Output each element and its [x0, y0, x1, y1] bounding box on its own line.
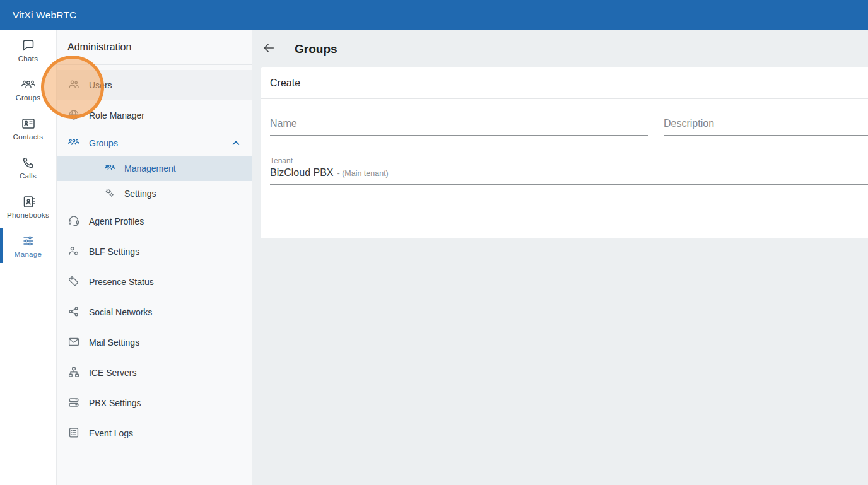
chat-bubble-icon: [21, 38, 36, 53]
contact-card-icon: [21, 116, 36, 131]
admin-item-label: Event Logs: [89, 428, 133, 438]
tenant-value: BizCloud PBX: [270, 167, 334, 178]
chevron-up-icon[interactable]: [230, 137, 242, 149]
nav-label: Groups: [16, 94, 41, 102]
admin-item-mail-settings[interactable]: Mail Settings: [57, 327, 252, 358]
headset-icon: [67, 214, 81, 230]
create-group-card: Create Name Description Tenant BizCloud …: [261, 67, 868, 238]
admin-item-blf-settings[interactable]: BLF Settings: [57, 237, 252, 267]
administration-menu: Users Role Manager: [57, 65, 252, 448]
gears-icon: [103, 187, 116, 201]
admin-item-label: BLF Settings: [89, 247, 139, 257]
name-field[interactable]: Name: [270, 118, 648, 136]
description-field-underline: [664, 135, 868, 136]
admin-item-label: ICE Servers: [89, 368, 136, 378]
tune-sliders-icon: [21, 233, 36, 248]
tag-icon: [67, 274, 81, 290]
top-app-bar: VitXi WebRTC: [0, 0, 868, 30]
phone-icon: [21, 155, 36, 170]
administration-header: Administration: [57, 30, 252, 65]
tenant-field-label: Tenant: [270, 156, 868, 165]
admin-item-label: PBX Settings: [89, 398, 141, 408]
admin-item-agent-profiles[interactable]: Agent Profiles: [57, 206, 252, 237]
description-field-placeholder: Description: [664, 118, 868, 129]
nav-label: Chats: [18, 55, 38, 62]
admin-item-event-logs[interactable]: Event Logs: [57, 418, 252, 448]
nav-item-manage[interactable]: Manage: [0, 226, 56, 265]
groups-icon: [103, 162, 116, 175]
admin-item-pbx-settings[interactable]: PBX Settings: [57, 388, 252, 418]
users-icon: [67, 78, 81, 93]
nav-label: Calls: [20, 172, 37, 180]
nav-item-calls[interactable]: Calls: [0, 148, 56, 187]
app-title: VitXi WebRTC: [13, 9, 76, 21]
main-content: Groups Create Name Description Tenant Bi…: [252, 30, 868, 485]
tenant-field[interactable]: Tenant BizCloud PBX - (Main tenant): [261, 156, 868, 185]
admin-item-role-manager[interactable]: Role Manager: [57, 100, 252, 131]
groups-icon: [67, 136, 81, 151]
nav-item-chats[interactable]: Chats: [0, 30, 56, 69]
name-field-placeholder: Name: [270, 118, 648, 129]
admin-item-label: Role Manager: [89, 110, 144, 120]
card-title: Create: [261, 67, 868, 99]
page-header: Groups: [252, 30, 868, 67]
admin-item-label: Users: [89, 80, 112, 90]
list-log-icon: [67, 426, 81, 441]
tenant-suffix: - (Main tenant): [337, 169, 389, 178]
network-tree-icon: [67, 365, 81, 381]
nav-label: Manage: [15, 250, 42, 258]
admin-item-label: Settings: [124, 189, 156, 199]
admin-item-label: Presence Status: [89, 277, 154, 287]
server-stack-icon: [67, 395, 81, 411]
name-field-underline: [270, 135, 648, 136]
nav-label: Contacts: [13, 133, 44, 141]
nav-item-groups[interactable]: Groups: [0, 69, 56, 108]
admin-subitem-settings[interactable]: Settings: [57, 181, 252, 206]
admin-item-label: Social Networks: [89, 307, 152, 317]
groups-icon: [20, 77, 37, 92]
arrow-left-icon: [262, 41, 276, 57]
administration-panel: Administration Users Role: [57, 30, 252, 485]
description-field[interactable]: Description: [664, 118, 868, 136]
nav-item-contacts[interactable]: Contacts: [0, 108, 56, 148]
back-button[interactable]: [258, 38, 279, 60]
share-icon: [67, 305, 81, 320]
admin-item-label: Agent Profiles: [89, 216, 144, 226]
admin-item-label: Groups: [89, 138, 118, 148]
tenant-field-underline: [270, 184, 868, 185]
phonebook-icon: [21, 194, 36, 209]
admin-item-presence-status[interactable]: Presence Status: [57, 267, 252, 297]
primary-nav-rail: Chats Groups Contacts: [0, 30, 57, 485]
admin-item-label: Management: [124, 163, 176, 173]
person-monitor-icon: [67, 244, 81, 260]
page-title: Groups: [295, 42, 337, 56]
form-fields-row: Name Description: [261, 118, 868, 136]
admin-item-groups[interactable]: Groups: [57, 131, 252, 156]
admin-item-social-networks[interactable]: Social Networks: [57, 297, 252, 327]
globe-icon: [67, 108, 81, 124]
admin-item-users[interactable]: Users: [57, 70, 252, 100]
envelope-icon: [67, 335, 81, 351]
admin-subitem-management[interactable]: Management: [57, 156, 252, 181]
admin-item-label: Mail Settings: [89, 337, 139, 348]
nav-label: Phonebooks: [7, 211, 49, 219]
nav-item-phonebooks[interactable]: Phonebooks: [0, 187, 56, 226]
admin-item-ice-servers[interactable]: ICE Servers: [57, 358, 252, 388]
